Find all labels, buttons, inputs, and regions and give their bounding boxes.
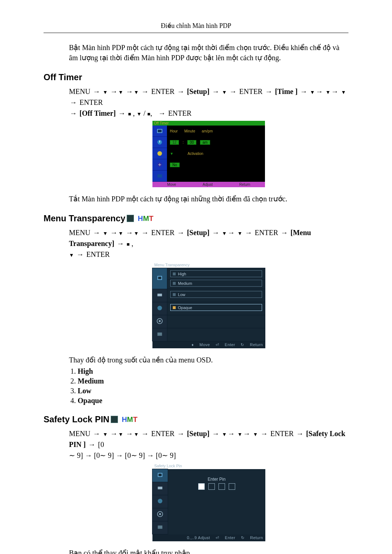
pin-digit-4[interactable]: [229, 483, 235, 490]
osd-tab-icon: [152, 289, 167, 302]
osd-tab-icon: [152, 495, 168, 508]
osd-menu-transparency: Menu Transparency High Medium Low Opaque: [152, 262, 265, 348]
osd-col-ampm: am/pm: [202, 129, 213, 133]
hmt-icon: HMT: [122, 415, 137, 424]
osd-ampm-value[interactable]: am: [200, 140, 210, 145]
safety-lock-description: Bạn có thể thay đổi mật khẩu truy nhập: [69, 548, 348, 554]
svg-point-17: [158, 498, 162, 503]
osd-tab-icon: [152, 159, 167, 171]
svg-rect-6: [158, 175, 162, 178]
svg-rect-1: [158, 130, 162, 132]
svg-rect-9: [158, 294, 162, 296]
svg-rect-20: [158, 525, 162, 529]
osd-tab-icon: [152, 126, 167, 137]
osd-minute-value[interactable]: 00: [187, 140, 196, 145]
osd-pin-entry[interactable]: [198, 483, 235, 490]
osd-option-high[interactable]: High: [170, 270, 262, 277]
menu-path-safety-lock: MENU → ▼ →▼ →▼ → ENTER → [Setup] → ▼→ ▼→…: [69, 428, 348, 461]
osd-tab-icon: [152, 328, 167, 341]
menu-transparency-description: Thay đổi độ trong suốt của nền của menu …: [69, 355, 348, 365]
osd-col-hour: Hour: [170, 129, 178, 133]
osd-tab-icon: [152, 315, 167, 328]
transparency-options-list: High Medium Low Opaque: [78, 367, 348, 405]
osd-tab-icon: [152, 171, 167, 182]
osd-footer-adjust: 0.,..9 Adjust: [187, 535, 210, 540]
osd-tab-icon: [152, 302, 167, 315]
osd-footer-bar: 0.,..9 Adjust ⏎ Enter ↻ Return: [152, 534, 266, 542]
section-title-menu-transparency: Menu Transparency HMT: [44, 213, 348, 223]
menu-path-off-timer: MENU → ▼ →▼ →▼ → ENTER → [Setup] → ▼ → E…: [69, 86, 348, 119]
osd-footer-return: ↻ Return: [241, 535, 263, 540]
off-timer-description: Tắt Màn hình PDP một cách tự động tại nh…: [69, 194, 348, 204]
osd-footer-return: Return: [239, 182, 250, 186]
osd-footer-adjust: Adjust: [203, 182, 213, 186]
osd-title-bar: Off Timer: [152, 121, 265, 126]
osd-footer-enter: ⏎ Enter: [216, 535, 235, 540]
svg-rect-15: [158, 473, 162, 476]
osd-tab-icon: [152, 521, 168, 534]
osd-safety-lock-pin: Safety Lock Pin Enter Pin: [152, 463, 265, 541]
osd-footer-move: ♦ Move: [192, 342, 210, 347]
osd-tab-icon: [152, 508, 168, 521]
svg-point-10: [158, 305, 162, 310]
section-badge-icon: [111, 416, 118, 423]
header-rule: [44, 33, 348, 33]
list-item: High: [78, 367, 348, 376]
osd-option-low[interactable]: Low: [170, 291, 262, 298]
section-badge-icon: [127, 215, 134, 222]
osd-activation-value[interactable]: No: [170, 163, 180, 167]
osd-activation-label: Activation: [188, 152, 203, 156]
osd-option-opaque[interactable]: Opaque: [170, 304, 262, 311]
intro-paragraph: Bật Màn hình PDP một cách tự động tại mộ…: [69, 42, 348, 63]
pin-digit-2[interactable]: [208, 483, 215, 490]
osd-tab-icon: [152, 268, 167, 289]
osd-option-medium[interactable]: Medium: [170, 280, 262, 287]
document-page: Điều chỉnh Màn hình PDP Bật Màn hình PDP…: [0, 0, 392, 554]
osd-hour-value[interactable]: 12: [170, 140, 179, 145]
svg-rect-3: [159, 141, 160, 143]
list-item: Opaque: [78, 397, 348, 405]
section-title-off-timer: Off Timer: [44, 72, 348, 82]
list-item: Low: [78, 387, 348, 395]
osd-footer-return: ↻ Return: [241, 342, 263, 347]
osd-footer-move: Move: [167, 182, 176, 186]
svg-rect-8: [158, 276, 162, 279]
svg-point-12: [159, 320, 160, 322]
pin-digit-3[interactable]: [219, 483, 225, 490]
osd-tab-icon: [152, 148, 167, 159]
osd-enter-pin-label: Enter Pin: [168, 477, 265, 482]
svg-point-4: [158, 151, 162, 156]
page-header: Điều chỉnh Màn hình PDP: [44, 22, 348, 30]
osd-title-bar: Menu Transparency: [152, 262, 265, 268]
section-title-safety-lock-pin: Safety Lock PIN HMT: [44, 414, 348, 424]
osd-off-timer: Off Timer Hour Minute am/pm 12 : 00 am: [152, 121, 265, 187]
svg-rect-13: [158, 332, 162, 336]
osd-footer-enter: ⏎ Enter: [216, 342, 235, 347]
svg-point-19: [159, 513, 161, 515]
osd-title-bar: Safety Lock Pin: [152, 463, 265, 469]
svg-rect-16: [158, 487, 162, 489]
pin-digit-1[interactable]: [198, 483, 205, 490]
osd-tab-icon: [152, 482, 168, 495]
menu-path-menu-transparency: MENU → ▼ →▼ →▼ → ENTER → [Setup] → ▼→ ▼ …: [69, 227, 348, 260]
osd-footer-bar: ♦ Move ⏎ Enter ↻ Return: [152, 341, 265, 349]
osd-tab-icon: [152, 137, 167, 148]
osd-tab-icon: [152, 469, 168, 482]
osd-col-minute: Minute: [184, 129, 195, 133]
osd-footer-bar: Move Adjust Return: [152, 182, 265, 187]
hmt-icon: HMT: [138, 214, 153, 223]
list-item: Medium: [78, 377, 348, 385]
